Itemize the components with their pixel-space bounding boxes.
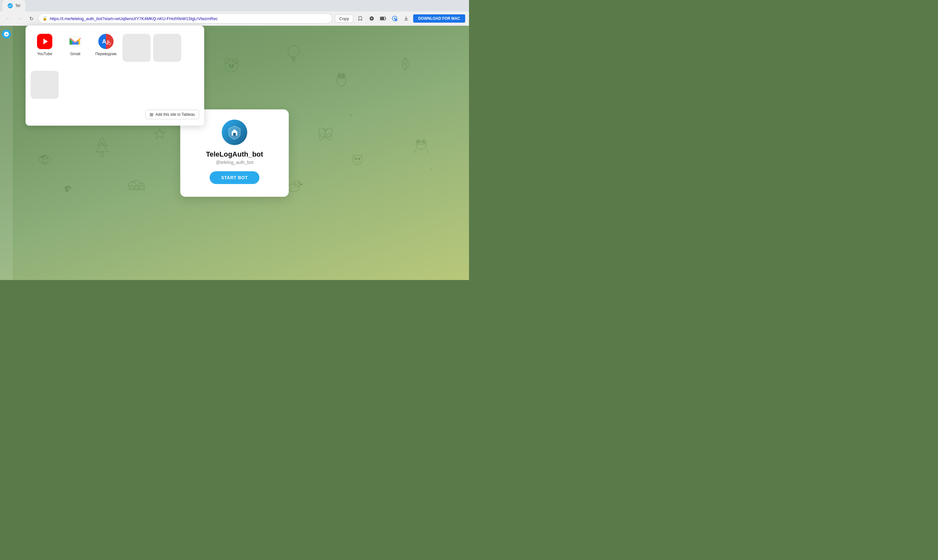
svg-point-90 [69,187,71,189]
svg-point-92 [132,180,141,189]
address-bar[interactable]: 🔒 [38,13,333,24]
telegram-sidebar [0,26,13,280]
bookmark-item-translate[interactable]: A あ Переводчик [92,31,120,65]
empty-bookmark-slot-2 [153,34,181,62]
svg-rect-61 [43,159,46,164]
svg-point-0 [8,3,13,8]
tab-label: Tel [15,3,20,8]
bookmarks-dropdown: YouTube [26,26,204,126]
svg-point-50 [232,67,232,68]
active-tab[interactable]: Tel [3,0,25,11]
svg-point-119 [423,141,425,143]
svg-point-49 [230,67,231,68]
svg-point-114 [430,169,431,170]
svg-point-98 [294,180,300,187]
refresh-button[interactable]: ↻ [27,14,36,23]
translate-label: Переводчик [95,52,117,56]
svg-point-58 [339,76,340,77]
bookmark-empty-1[interactable] [123,31,151,65]
svg-marker-65 [97,137,107,145]
youtube-icon [37,34,52,49]
gmail-label: Gmail [70,52,80,56]
svg-point-99 [298,182,299,183]
browser-chrome: Tel ← → ↻ 🔒 Copy [0,0,469,26]
translate-icon: A あ [98,34,114,49]
svg-line-107 [405,63,408,66]
bookmark-empty-3[interactable] [31,68,59,102]
media-icon[interactable] [367,14,376,23]
svg-text:あ: あ [106,40,111,45]
svg-point-52 [337,75,346,86]
bookmark-empty-2[interactable] [153,31,181,65]
start-bot-button[interactable]: START BOT [209,171,259,184]
youtube-label: YouTube [37,52,52,56]
svg-line-103 [353,154,354,157]
sync-icon[interactable] [390,14,399,23]
empty-bookmark-slot-3 [31,71,59,99]
svg-point-102 [358,158,360,160]
lock-icon: 🔒 [42,16,47,21]
forward-button[interactable]: → [15,14,24,23]
gmail-icon [68,34,83,49]
svg-point-59 [342,76,343,77]
bot-avatar-icon [227,125,242,140]
svg-rect-4 [380,17,384,20]
svg-point-113 [350,114,351,116]
svg-point-47 [232,65,234,66]
bot-username: @telelog_auth_bot [216,160,253,165]
svg-line-104 [361,154,362,157]
svg-point-43 [225,59,238,72]
svg-point-97 [288,184,299,192]
tab-bar: Tel [0,0,469,11]
svg-point-51 [288,46,299,57]
battery-icon[interactable] [379,14,388,23]
url-input[interactable] [50,16,328,21]
svg-rect-5 [385,18,386,19]
youtube-icon-wrap [37,34,52,49]
svg-point-86 [65,188,69,192]
svg-point-46 [229,65,231,66]
svg-line-106 [402,63,405,66]
svg-marker-68 [154,129,165,139]
svg-point-63 [46,157,48,158]
svg-point-64 [44,155,46,157]
copy-button[interactable]: Copy [335,15,353,23]
add-tableau-plus-icon: ⊞ [149,112,154,117]
svg-rect-67 [101,152,103,157]
svg-rect-120 [233,133,236,135]
svg-point-101 [355,158,357,160]
svg-point-100 [353,155,362,165]
bookmark-icon[interactable] [356,14,365,23]
download-for-mac-button[interactable]: DOWNLOAD FOR MAC [413,14,465,23]
add-tableau-button[interactable]: ⊞ Add this site to Tableau [145,110,199,119]
svg-marker-66 [96,142,108,152]
bot-avatar [222,120,247,145]
bookmark-item-gmail[interactable]: Gmail [61,31,89,65]
telegram-logo[interactable] [2,30,11,38]
svg-point-118 [417,141,419,143]
gmail-icon-wrap [68,34,83,49]
empty-bookmark-slot-1 [123,34,151,62]
bookmarks-grid: YouTube [31,31,199,102]
download-icon[interactable] [402,14,411,23]
tab-favicon [8,3,13,8]
bookmark-item-youtube[interactable]: YouTube [31,31,59,65]
address-bar-row: ← → ↻ 🔒 Copy [0,11,469,26]
svg-point-62 [41,156,43,158]
translate-icon-wrap: A あ [98,34,114,49]
bot-name: TeleLogAuth_bot [206,150,263,158]
back-button[interactable]: ← [4,14,13,23]
